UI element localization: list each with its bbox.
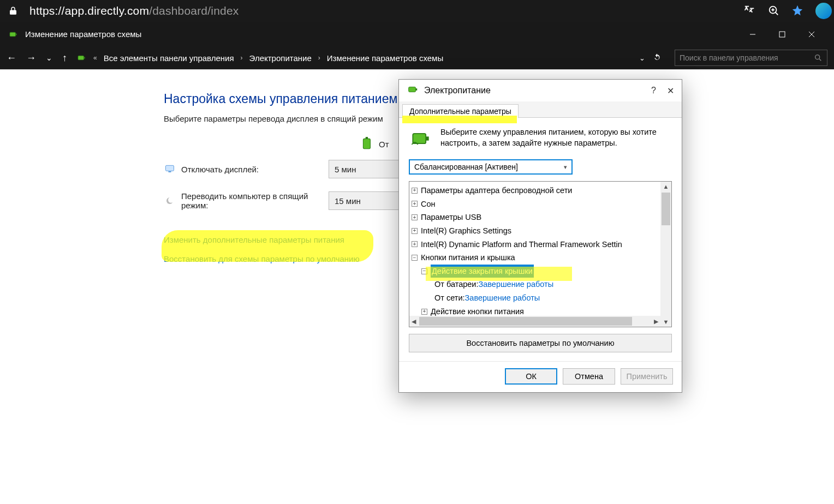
breadcrumb-root[interactable]: Все элементы панели управления	[104, 53, 234, 63]
tree-item[interactable]: +Параметры адаптера беспроводной сети	[412, 184, 669, 197]
svg-rect-23	[426, 136, 429, 140]
scroll-thumb[interactable]	[662, 193, 670, 225]
url-path: /dashboard/index	[149, 4, 239, 17]
tree-item[interactable]: +Intel(R) Graphics Settings	[412, 224, 669, 238]
breadcrumb[interactable]: « Все элементы панели управления › Элект…	[73, 50, 669, 66]
svg-rect-5	[16, 33, 17, 35]
scroll-thumb[interactable]	[419, 317, 632, 326]
row-turn-off-display-label: Отключать дисплей:	[181, 165, 329, 174]
battery-column-icon	[360, 136, 374, 152]
lock-icon	[8, 5, 19, 16]
url-text[interactable]: https://app.directly.com/dashboard/index	[29, 4, 239, 17]
svg-rect-20	[409, 87, 416, 92]
back-arrow-icon[interactable]: ←	[7, 52, 16, 64]
svg-rect-17	[169, 171, 171, 172]
browser-address-bar: https://app.directly.com/dashboard/index	[0, 0, 834, 22]
minimize-button[interactable]	[738, 22, 767, 46]
battery-breadcrumb-icon	[76, 52, 87, 63]
advanced-power-settings-link[interactable]: Изменить дополнительные параметры питани…	[164, 235, 344, 244]
restore-defaults-link[interactable]: Восстановить для схемы параметры по умол…	[164, 254, 360, 263]
tree-item[interactable]: +Сон	[412, 197, 669, 211]
zoom-icon[interactable]	[767, 4, 779, 18]
tree-item-plugged-in[interactable]: От сети: Завершение работы	[412, 291, 669, 305]
svg-rect-11	[84, 57, 85, 59]
window-title: Изменение параметров схемы	[25, 29, 141, 39]
dialog-tabstrip: Дополнительные параметры	[399, 101, 682, 118]
power-plan-big-icon	[409, 127, 433, 151]
translate-icon[interactable]	[743, 4, 755, 18]
tab-advanced-settings[interactable]: Дополнительные параметры	[402, 104, 519, 118]
url-host: https://app.directly.com	[29, 4, 149, 17]
chevron-right-icon: ›	[318, 54, 320, 62]
monitor-icon	[164, 163, 176, 175]
scroll-down-icon[interactable]: ▼	[663, 317, 669, 327]
svg-rect-14	[363, 139, 370, 148]
help-icon[interactable]: ?	[651, 86, 656, 96]
dialog-title: Электропитание	[424, 86, 491, 95]
svg-rect-7	[779, 32, 785, 37]
vertical-scrollbar[interactable]: ▲ ▼	[660, 182, 671, 327]
svg-rect-10	[78, 56, 84, 60]
svg-point-19	[168, 197, 174, 203]
cancel-button[interactable]: Отмена	[563, 368, 615, 385]
window-title-bar: Изменение параметров схемы	[0, 22, 834, 46]
svg-point-12	[815, 55, 820, 59]
svg-rect-4	[10, 32, 16, 37]
svg-line-13	[819, 59, 821, 61]
chevron-right-icon: ›	[241, 54, 243, 62]
control-panel-search[interactable]: Поиск в панели управления	[675, 50, 827, 66]
breadcrumb-dropdown-icon[interactable]: ⌄	[639, 54, 645, 62]
battery-app-icon	[8, 29, 19, 40]
power-scheme-value: Сбалансированная [Активен]	[414, 163, 518, 171]
svg-rect-21	[416, 88, 418, 91]
settings-tree: +Параметры адаптера беспроводной сети +С…	[409, 181, 672, 327]
power-scheme-select[interactable]: Сбалансированная [Активен] ▾	[409, 159, 573, 175]
ok-button[interactable]: ОК	[505, 368, 557, 385]
breadcrumb-mid[interactable]: Электропитание	[249, 53, 312, 63]
scroll-right-icon[interactable]: ▶	[652, 318, 660, 325]
scroll-up-icon[interactable]: ▲	[663, 182, 669, 191]
moon-icon	[164, 195, 176, 207]
battery-column-label: От	[379, 140, 389, 149]
row-sleep-label: Переводить компьютер в спящий режим:	[181, 191, 329, 210]
horizontal-scrollbar[interactable]: ◀ ▶	[409, 316, 660, 327]
search-placeholder: Поиск в панели управления	[680, 53, 814, 62]
chevron-left-icon: «	[93, 54, 97, 62]
apply-button[interactable]: Применить	[621, 368, 673, 385]
scroll-left-icon[interactable]: ◀	[409, 318, 418, 325]
breadcrumb-leaf[interactable]: Изменение параметров схемы	[327, 53, 443, 63]
tree-item[interactable]: +Intel(R) Dynamic Platform and Thermal F…	[412, 238, 669, 251]
svg-rect-16	[166, 165, 174, 171]
tree-item-lid-close-action[interactable]: −Действие закрытия крышки	[412, 265, 669, 278]
sleep-value: 15 мин	[335, 196, 361, 206]
restore-defaults-button[interactable]: Восстановить параметры по умолчанию	[409, 334, 672, 352]
favorite-star-icon[interactable]	[791, 4, 803, 18]
dialog-instructions: Выберите схему управления питанием, кото…	[440, 127, 672, 149]
forward-arrow-icon[interactable]: →	[26, 52, 36, 64]
power-dialog-icon	[407, 83, 419, 98]
close-button[interactable]	[797, 22, 826, 46]
tree-item[interactable]: +Параметры USB	[412, 211, 669, 224]
refresh-icon[interactable]	[653, 53, 662, 63]
turn-off-display-value: 5 мин	[335, 165, 356, 174]
up-arrow-icon[interactable]: ↑	[62, 52, 67, 64]
power-options-dialog: Электропитание ? ✕ Дополнительные параме…	[398, 79, 682, 393]
tree-item-on-battery[interactable]: От батареи: Завершение работы	[412, 278, 669, 291]
dialog-close-icon[interactable]: ✕	[667, 86, 674, 96]
nav-bar: ← → ⌄ ↑ « Все элементы панели управления…	[0, 46, 834, 69]
chevron-down-icon: ▾	[564, 164, 567, 171]
profile-avatar[interactable]	[815, 3, 832, 19]
recent-pages-chevron-icon[interactable]: ⌄	[46, 53, 52, 62]
dialog-title-bar: Электропитание ? ✕	[399, 80, 682, 101]
svg-line-1	[776, 12, 778, 15]
svg-rect-15	[366, 137, 368, 139]
tree-item-expanded[interactable]: −Кнопки питания и крышка	[412, 251, 669, 265]
maximize-button[interactable]	[767, 22, 797, 46]
search-icon	[814, 53, 823, 62]
